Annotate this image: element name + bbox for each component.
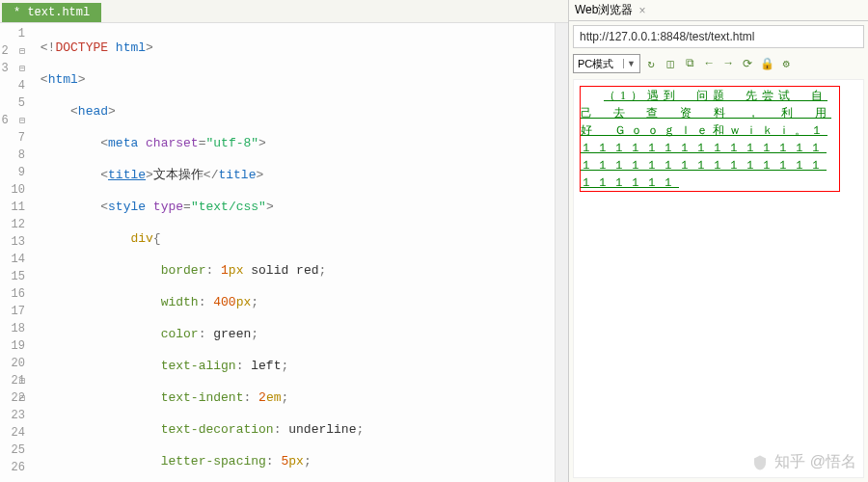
zhihu-icon <box>751 454 769 471</box>
browser-viewport: （1）遇到 问题 先尝试 自己 去 查 资 料 ， 利 用 好 Ｇｏｏｇｌｅ和ｗ… <box>573 79 864 478</box>
chevron-down-icon: ▼ <box>623 59 636 68</box>
rendered-div: （1）遇到 问题 先尝试 自己 去 查 资 料 ， 利 用 好 Ｇｏｏｇｌｅ和ｗ… <box>580 86 840 192</box>
debug-icon[interactable]: ⚙ <box>777 55 795 72</box>
lock-icon[interactable]: 🔒 <box>758 55 775 72</box>
open-external-icon[interactable]: ⧉ <box>681 55 698 72</box>
forward-icon[interactable]: → <box>719 55 737 72</box>
code-content[interactable]: <!DOCTYPE html> <html> <head> <meta char… <box>33 23 555 482</box>
line-number-gutter: 12 ⊟3 ⊟ 456 ⊟ 78910 11121314 15161718 19… <box>0 23 33 482</box>
browser-title-bar: Web浏览器 × <box>569 0 868 21</box>
qr-icon[interactable]: ◫ <box>662 55 679 72</box>
watermark: 知乎 @悟名 <box>751 452 856 472</box>
browser-toolbar: PC模式▼ ↻ ◫ ⧉ ← → ⟳ 🔒 ⚙ <box>573 52 864 75</box>
code-area[interactable]: 12 ⊟3 ⊟ 456 ⊟ 78910 11121314 15161718 19… <box>0 23 568 482</box>
back-icon[interactable]: ← <box>700 55 718 72</box>
reload-icon[interactable]: ⟳ <box>739 55 756 72</box>
editor-scrollbar[interactable] <box>555 23 568 482</box>
close-icon[interactable]: × <box>638 4 645 17</box>
mode-select[interactable]: PC模式▼ <box>573 54 640 73</box>
editor-tab-bar: * text.html <box>0 0 568 23</box>
editor-tab-active[interactable]: * text.html <box>2 3 101 22</box>
editor-pane: * text.html 12 ⊟3 ⊟ 456 ⊟ 78910 11121314… <box>0 0 569 482</box>
browser-pane: Web浏览器 × http://127.0.0.1:8848/test/text… <box>569 0 868 482</box>
browser-title-label: Web浏览器 <box>575 2 633 18</box>
refresh-icon[interactable]: ↻ <box>642 55 660 72</box>
address-bar[interactable]: http://127.0.0.1:8848/test/text.html <box>573 25 864 48</box>
